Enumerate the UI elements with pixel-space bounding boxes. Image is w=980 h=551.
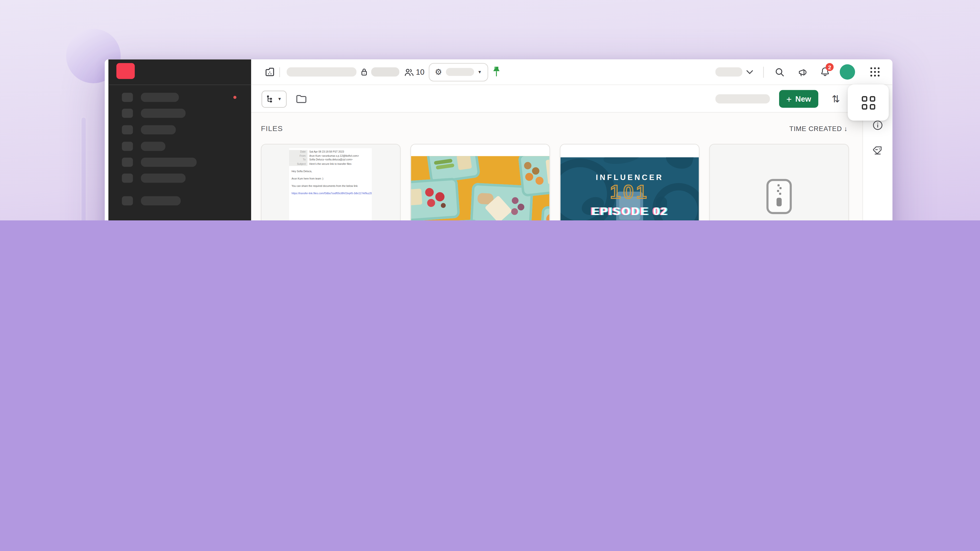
account-redacted-bar bbox=[715, 67, 742, 77]
sidebar-item-icon bbox=[122, 157, 133, 167]
sidebar-item-icon bbox=[122, 108, 133, 118]
sidebar-item-alert-dot bbox=[234, 95, 237, 99]
sort-toggle-icon[interactable]: ⇅ bbox=[832, 86, 840, 112]
video-thumbnail-image bbox=[411, 156, 549, 221]
podcast-cover-image: INFLUENCER 101 EPISODE 02 bbox=[560, 157, 699, 221]
sidebar-item[interactable] bbox=[108, 196, 251, 205]
grid-view-icon[interactable] bbox=[861, 96, 875, 109]
sidebar-item-icon bbox=[122, 196, 133, 205]
email-preview-page: Date:Sat Apr 08 23:18:58 PST 2023 From:A… bbox=[289, 148, 372, 221]
sidebar-nav bbox=[108, 84, 251, 221]
sidebar-item-label-bar bbox=[141, 173, 186, 183]
sidebar bbox=[108, 59, 251, 221]
file-card[interactable]: The Food Project.mp4 Uploaded on Apr 10,… bbox=[410, 144, 550, 221]
tag-icon[interactable] bbox=[872, 146, 883, 158]
sidebar-item-icon bbox=[122, 141, 133, 151]
podcast-number-text: 101 bbox=[560, 183, 699, 202]
podcast-episode-text: EPISODE 02 bbox=[560, 205, 699, 218]
file-thumbnail bbox=[710, 144, 848, 221]
top-toolbar: 10 ⚙ ▼ bbox=[251, 59, 892, 85]
desktop-wallpaper: 10 ⚙ ▼ bbox=[0, 0, 980, 221]
member-count[interactable]: 10 bbox=[416, 59, 425, 85]
sort-indicator[interactable]: TIME CREATED ↓ bbox=[789, 125, 848, 132]
badge-redacted-bar bbox=[371, 67, 399, 77]
breadcrumb-redacted-bar bbox=[286, 67, 356, 77]
podcast-title-text: INFLUENCER bbox=[560, 173, 699, 182]
new-button[interactable]: + New bbox=[779, 86, 818, 112]
sidebar-item[interactable] bbox=[108, 173, 251, 183]
file-thumbnail bbox=[411, 144, 549, 221]
view-options-popup bbox=[848, 84, 889, 121]
sidebar-item[interactable] bbox=[108, 108, 251, 118]
folder-icon[interactable] bbox=[296, 86, 307, 112]
window-right-zone: 10 ⚙ ▼ bbox=[251, 59, 892, 221]
sidebar-item[interactable] bbox=[108, 125, 251, 134]
badge-redacted bbox=[371, 59, 399, 85]
sidebar-item-label-bar bbox=[141, 157, 197, 167]
gear-icon: ⚙ bbox=[435, 68, 442, 76]
members-icon[interactable] bbox=[404, 59, 414, 85]
sidebar-item-label-bar bbox=[141, 108, 186, 118]
sort-arrow-icon: ↓ bbox=[844, 125, 848, 132]
sidebar-item-icon bbox=[122, 125, 133, 134]
path-redacted bbox=[715, 86, 770, 112]
zip-file-icon bbox=[766, 179, 792, 214]
caret-down-icon: ▼ bbox=[477, 70, 482, 74]
action-toolbar: ▼ + bbox=[251, 85, 862, 113]
sidebar-item-icon bbox=[122, 92, 133, 102]
sidebar-item-label-bar bbox=[141, 196, 181, 205]
sidebar-item-label-bar bbox=[141, 92, 179, 102]
file-card[interactable]: Branding Kit.zip Uploaded on Nov 29, 202… bbox=[709, 144, 849, 221]
view-switcher-button[interactable]: ▼ bbox=[262, 86, 286, 112]
toolbar-divider-2 bbox=[763, 59, 764, 85]
file-card[interactable]: Date:Sat Apr 08 23:18:58 PST 2023 From:A… bbox=[261, 144, 401, 221]
sidebar-item-label-bar bbox=[141, 141, 165, 151]
notifications-bell[interactable]: 2 bbox=[820, 59, 830, 85]
info-icon[interactable] bbox=[872, 120, 883, 133]
sidebar-item-icon bbox=[122, 173, 133, 183]
chevron-down-icon[interactable] bbox=[746, 59, 753, 85]
file-thumbnail: Date:Sat Apr 08 23:18:58 PST 2023 From:A… bbox=[262, 144, 400, 221]
files-content: FILES TIME CREATED ↓ Date:Sat Apr 08 bbox=[251, 113, 862, 221]
plus-icon: + bbox=[786, 94, 792, 103]
sidebar-item[interactable] bbox=[108, 92, 251, 102]
announcement-icon[interactable] bbox=[798, 59, 809, 85]
apps-grid-icon[interactable] bbox=[870, 59, 880, 85]
path-redacted-bar bbox=[715, 94, 770, 103]
app-window: 10 ⚙ ▼ bbox=[105, 59, 892, 221]
notification-badge: 2 bbox=[826, 63, 834, 71]
search-icon[interactable] bbox=[775, 59, 785, 85]
files-section-header: FILES bbox=[261, 124, 283, 133]
caret-down-icon: ▼ bbox=[278, 97, 282, 101]
breadcrumb bbox=[286, 59, 356, 85]
toolbar-divider bbox=[279, 59, 280, 85]
file-thumbnail: INFLUENCER 101 EPISODE 02 bbox=[560, 144, 699, 221]
sidebar-header bbox=[108, 59, 251, 85]
main-area: ▼ + bbox=[251, 85, 862, 221]
file-card[interactable]: INFLUENCER 101 EPISODE 02 bbox=[560, 144, 700, 221]
app-logo[interactable] bbox=[116, 63, 135, 79]
wallpaper-stripe-decoration bbox=[81, 118, 86, 221]
pin-icon[interactable] bbox=[492, 59, 501, 85]
account-switcher[interactable] bbox=[715, 59, 742, 85]
sidebar-item-label-bar bbox=[141, 125, 176, 134]
sidebar-item[interactable] bbox=[108, 141, 251, 151]
lock-icon bbox=[360, 59, 368, 85]
sidebar-item[interactable] bbox=[108, 157, 251, 167]
avatar[interactable] bbox=[840, 59, 855, 85]
file-card-grid: Date:Sat Apr 08 23:18:58 PST 2023 From:A… bbox=[261, 144, 849, 221]
team-folder-icon[interactable] bbox=[265, 59, 275, 85]
settings-dropdown[interactable]: ⚙ ▼ bbox=[429, 59, 488, 85]
settings-redacted-bar bbox=[445, 68, 474, 76]
